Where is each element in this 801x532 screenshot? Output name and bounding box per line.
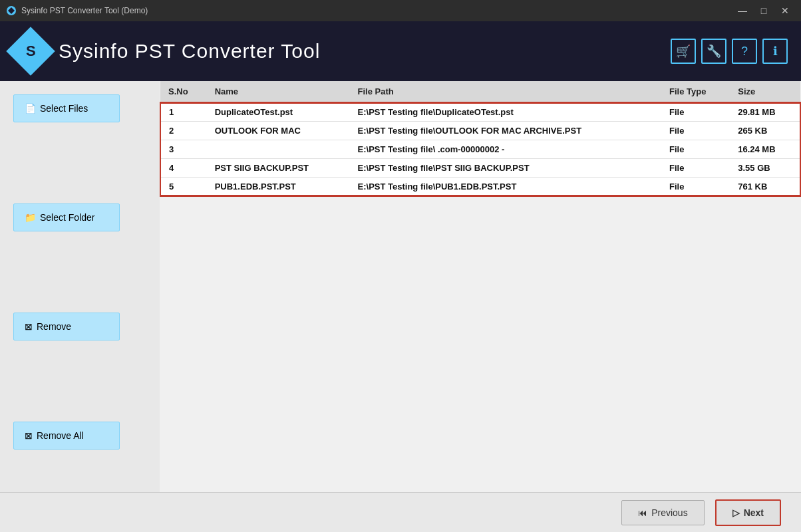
next-icon: ▷ <box>732 507 740 518</box>
cell-row3-col4: 3.55 GB <box>730 159 800 178</box>
remove-label: Remove <box>37 321 71 332</box>
sidebar: 📄 Select Files 📁 Select Folder ⊠ Remove … <box>0 81 160 492</box>
remove-button[interactable]: ⊠ Remove <box>13 313 120 340</box>
select-folder-icon: 📁 <box>25 212 36 223</box>
col-size: Size <box>730 81 800 102</box>
cell-row3-col2: E:\PST Testing file\PST SIIG BACKUP.PST <box>350 159 662 178</box>
cell-row0-col0: 1 <box>160 102 207 122</box>
table-row[interactable]: 1DuplicateOTest.pstE:\PST Testing file\D… <box>160 102 800 122</box>
title-bar-text: Sysinfo PST Converter Tool (Demo) <box>21 6 148 15</box>
select-files-section: 📄 Select Files <box>13 94 146 124</box>
app-icon <box>7 6 16 15</box>
title-bar: Sysinfo PST Converter Tool (Demo) — □ ✕ <box>0 0 801 21</box>
settings-button[interactable]: 🔧 <box>701 39 726 64</box>
app-title: Sysinfo PST Converter Tool <box>59 40 320 63</box>
cell-row1-col2: E:\PST Testing file\OUTLOOK FOR MAC ARCH… <box>350 122 662 140</box>
cell-row1-col0: 2 <box>160 122 207 140</box>
cell-row4-col3: File <box>661 178 730 197</box>
table-row[interactable]: 4PST SIIG BACKUP.PSTE:\PST Testing file\… <box>160 159 800 178</box>
logo-area: S Sysinfo PST Converter Tool <box>13 34 320 68</box>
cell-row0-col2: E:\PST Testing file\DuplicateOTest.pst <box>350 102 662 122</box>
cell-row1-col3: File <box>661 122 730 140</box>
logo-letter: S <box>26 43 36 60</box>
cell-row2-col1 <box>207 140 350 159</box>
file-table: S.No Name File Path File Type Size 1Dupl… <box>160 81 801 197</box>
cell-row0-col3: File <box>661 102 730 122</box>
col-sno: S.No <box>160 81 207 102</box>
remove-all-section: ⊠ Remove All <box>13 422 146 451</box>
remove-icon: ⊠ <box>25 321 33 332</box>
next-button[interactable]: ▷ Next <box>715 499 781 526</box>
select-files-button[interactable]: 📄 Select Files <box>13 94 120 122</box>
previous-button[interactable]: ⏮ Previous <box>621 500 704 525</box>
remove-section: ⊠ Remove <box>13 313 146 342</box>
previous-label: Previous <box>651 507 687 518</box>
table-row[interactable]: 3E:\PST Testing file\ .com-00000002 -Fil… <box>160 140 800 159</box>
close-button[interactable]: ✕ <box>776 4 794 17</box>
table-body: 1DuplicateOTest.pstE:\PST Testing file\D… <box>160 102 800 196</box>
col-name: Name <box>207 81 350 102</box>
select-files-label: Select Files <box>40 103 88 114</box>
cell-row1-col1: OUTLOOK FOR MAC <box>207 122 350 140</box>
cell-row4-col4: 761 KB <box>730 178 800 197</box>
remove-all-button[interactable]: ⊠ Remove All <box>13 422 120 450</box>
cell-row0-col1: DuplicateOTest.pst <box>207 102 350 122</box>
select-files-icon: 📄 <box>25 103 36 114</box>
svg-marker-0 <box>8 7 15 14</box>
window-controls: — □ ✕ <box>733 4 794 17</box>
cell-row4-col2: E:\PST Testing file\PUB1.EDB.PST.PST <box>350 178 662 197</box>
cart-button[interactable]: 🛒 <box>671 39 696 64</box>
cell-row0-col4: 29.81 MB <box>730 102 800 122</box>
logo-diamond: S <box>6 27 55 76</box>
header-row: S.No Name File Path File Type Size <box>160 81 800 102</box>
col-filetype: File Type <box>661 81 730 102</box>
cell-row4-col0: 5 <box>160 178 207 197</box>
table-row[interactable]: 2OUTLOOK FOR MACE:\PST Testing file\OUTL… <box>160 122 800 140</box>
main-content: 📄 Select Files 📁 Select Folder ⊠ Remove … <box>0 81 801 492</box>
cell-row2-col4: 16.24 MB <box>730 140 800 159</box>
select-folder-button[interactable]: 📁 Select Folder <box>13 203 120 231</box>
info-button[interactable]: ℹ <box>762 39 788 64</box>
cell-row2-col3: File <box>661 140 730 159</box>
cell-row1-col4: 265 KB <box>730 122 800 140</box>
cell-row3-col1: PST SIIG BACKUP.PST <box>207 159 350 178</box>
table-row[interactable]: 5PUB1.EDB.PST.PSTE:\PST Testing file\PUB… <box>160 178 800 197</box>
col-filepath: File Path <box>350 81 662 102</box>
app-header: S Sysinfo PST Converter Tool 🛒 🔧 ? ℹ <box>0 21 801 81</box>
select-folder-label: Select Folder <box>40 212 94 223</box>
cell-row3-col3: File <box>661 159 730 178</box>
maximize-button[interactable]: □ <box>754 4 773 17</box>
remove-all-icon: ⊠ <box>25 430 33 441</box>
table-header: S.No Name File Path File Type Size <box>160 81 800 102</box>
cell-row2-col2: E:\PST Testing file\ .com-00000002 - <box>350 140 662 159</box>
header-icon-group: 🛒 🔧 ? ℹ <box>671 39 788 64</box>
cell-row4-col1: PUB1.EDB.PST.PST <box>207 178 350 197</box>
cell-row3-col0: 4 <box>160 159 207 178</box>
remove-all-label: Remove All <box>37 430 84 441</box>
minimize-button[interactable]: — <box>733 4 752 17</box>
cell-row2-col0: 3 <box>160 140 207 159</box>
next-label: Next <box>744 507 764 518</box>
bottom-bar: ⏮ Previous ▷ Next <box>0 492 801 532</box>
table-area: S.No Name File Path File Type Size 1Dupl… <box>160 81 801 492</box>
help-button[interactable]: ? <box>732 39 757 64</box>
prev-icon: ⏮ <box>638 507 647 518</box>
select-folder-section: 📁 Select Folder <box>13 203 146 233</box>
